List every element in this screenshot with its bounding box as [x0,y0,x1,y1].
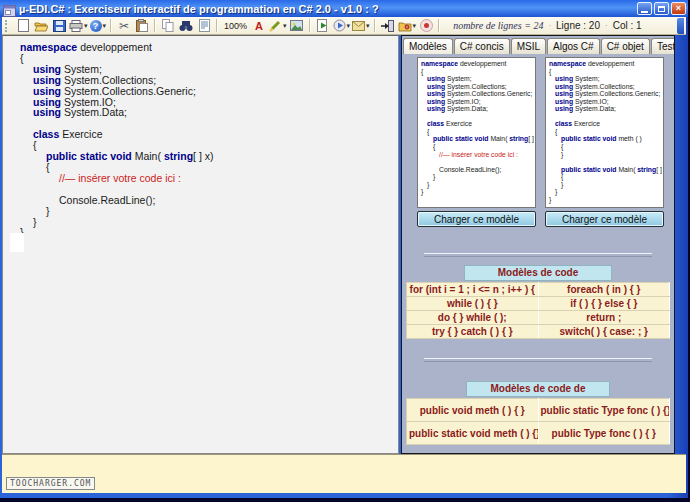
code-template-cell[interactable]: do { } while ( ); [407,311,539,325]
code-line: //— insérer votre code ici : [421,151,534,159]
dropdown-arrow-icon: ▾ [283,22,287,30]
dropdown-arrow-icon: ▾ [84,22,88,30]
toolbar-grip[interactable] [5,20,11,32]
title-bar[interactable]: µ-EDI.C# : Exerciseur interactif de prog… [0,0,688,17]
code-line: } [20,227,398,238]
load-model2-button[interactable]: Charger ce modèle [545,211,664,227]
tab-c-objet[interactable]: C# objet [601,38,650,54]
tab-algos-c[interactable]: Algos C# [547,38,600,54]
code-line: } [20,206,398,217]
code-line: namespace developpement [421,60,534,68]
code-line: class Exercice [549,120,662,128]
editor-code: namespace developpement{using System;usi… [20,42,398,238]
record-icon [420,19,433,32]
code-template-cell[interactable]: return ; [538,311,670,325]
open-file-button[interactable] [33,18,49,34]
export-icon [317,19,329,32]
code-template-cell[interactable]: if ( ) { } else { } [538,297,670,311]
toolbar-separator [154,19,156,32]
code-line: } [549,196,662,204]
tab-testez-vous[interactable]: Testez vous [651,38,675,54]
cut-button[interactable]: ✂ [116,18,132,34]
paste-button[interactable] [134,18,150,34]
exit-button[interactable] [380,18,396,34]
print-button[interactable]: ▾ [69,18,88,34]
toolbar-separator [216,19,218,32]
app-icon [3,3,16,15]
code-template-cell[interactable]: switch( ) { case: ; } [538,325,670,339]
code-template-cell[interactable]: while ( ) { } [407,297,539,311]
code-line: using System.Collections; [549,83,662,91]
code-line: { [421,68,534,76]
code-line: } [20,217,398,228]
image-icon [290,20,303,31]
model-1: namespace developpement{using System;usi… [417,57,536,227]
code-line: namespace developpement [20,42,398,53]
toolbar-separator [374,19,376,32]
send-button[interactable]: ▾ [352,18,370,34]
models-row: namespace developpement{using System;usi… [402,54,674,227]
current-col-label: Col : 1 [613,20,642,31]
template-row: while ( ) { }if ( ) { } else { } [407,297,670,311]
copy-button[interactable] [160,18,176,34]
code-line: { [549,173,662,181]
code-template-cell[interactable]: for (int i = 1 ; i <= n ; i++ ) { [407,283,539,297]
record-button[interactable] [418,18,434,34]
font-icon: A [255,20,263,32]
current-line-label: Ligne : 20 [556,20,600,31]
binoculars-icon [179,20,193,32]
options-button[interactable]: ▾ [398,18,417,34]
code-line: namespace developpement [549,60,662,68]
load-model1-button[interactable]: Charger ce modèle [417,211,536,227]
toolbar-overflow-button[interactable] [677,18,684,34]
help-button[interactable]: ?▾ [90,18,107,34]
save-button[interactable] [51,18,67,34]
code-template-cell[interactable]: public Type fonc ( ) { } [538,422,670,445]
maximize-button[interactable] [654,2,669,15]
code-line: using System.Data; [549,105,662,113]
open-folder-icon [34,20,48,32]
divider [424,253,652,257]
app-window: µ-EDI.C# : Exerciseur interactif de prog… [0,0,688,498]
font-color-button[interactable]: A [251,18,267,34]
code-line: class Exercice [20,129,398,140]
minimize-button[interactable] [637,2,652,15]
toolbar-separator [309,19,311,32]
code-template-cell[interactable]: try { } catch ( ) { } [407,325,539,339]
scissors-icon: ✂ [119,19,129,33]
tab-mod-les[interactable]: Modèles [403,38,453,54]
models-panel: ModèlesC# concisMSILAlgos C#C# objetTest… [401,35,675,454]
method-templates-header: Modèles de code de [466,381,610,397]
envelope-icon [352,21,365,31]
template-row: do { } while ( );return ; [407,311,670,325]
run-button[interactable]: ▾ [333,18,351,34]
code-line: using System.Data; [20,107,398,118]
find-button[interactable] [178,18,194,34]
preview-button[interactable] [196,18,212,34]
close-button[interactable]: × [671,2,686,15]
code-template-cell[interactable]: foreach ( in ) { } [538,283,670,297]
highlighter-button[interactable]: ▾ [269,18,287,34]
folder-key-icon [398,20,412,32]
code-line: Console.ReadLine(); [20,195,398,206]
tab-msil[interactable]: MSIL [511,38,546,54]
dropdown-arrow-icon: ▾ [413,22,417,30]
code-template-cell[interactable]: public void meth ( ) { } [407,399,539,422]
template-row: for (int i = 1 ; i <= n ; i++ ) {foreach… [407,283,670,297]
code-line: } [549,151,662,159]
new-document-button[interactable] [15,18,31,34]
zoom-level[interactable]: 100% [224,21,247,31]
dropdown-arrow-icon: ▾ [366,22,370,30]
code-line: using System; [421,75,534,83]
code-line: Console.ReadLine(); [421,166,534,174]
code-line: } [421,188,534,196]
tab-c-concis[interactable]: C# concis [454,38,510,54]
export-button[interactable] [315,18,331,34]
code-template-cell[interactable]: public static Type fonc ( ) {} [538,399,670,422]
maximize-icon [658,6,665,12]
status-bar: TOOCHARGER.COM [2,454,686,493]
code-editor[interactable]: namespace developpement{using System;usi… [2,35,399,454]
insert-image-button[interactable] [289,18,305,34]
template-row: public void meth ( ) { }public static Ty… [407,399,670,422]
code-template-cell[interactable]: public static void meth ( ) {} [407,422,539,445]
